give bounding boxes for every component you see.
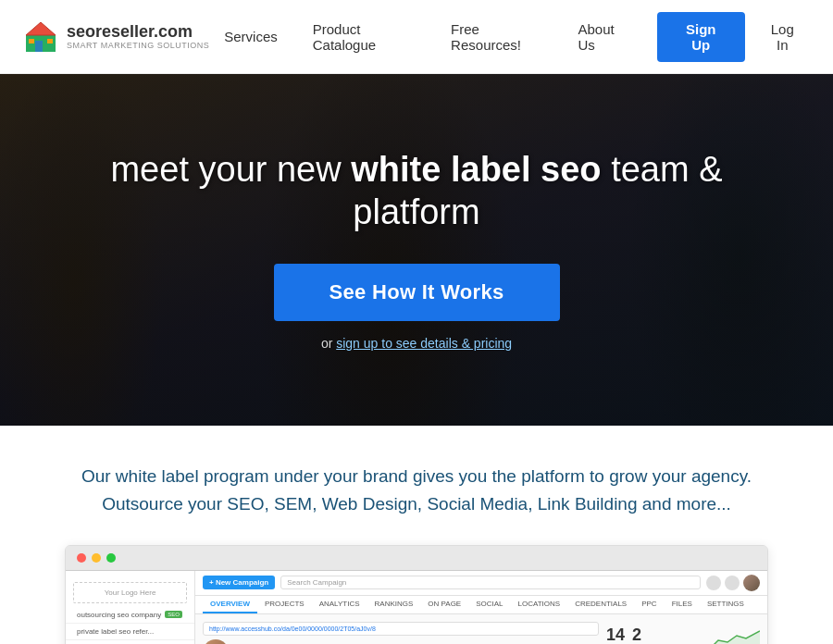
person-avatar [203,639,229,644]
tab-locations[interactable]: LOCATIONS [511,596,568,613]
tab-social[interactable]: SOCIAL [468,596,510,613]
new-campaign-button[interactable]: + New Campaign [203,576,275,589]
svg-rect-3 [35,41,43,52]
dashboard-main: + New Campaign Search Campaign OVERVIEW … [195,571,767,644]
tab-settings[interactable]: SETTINGS [700,596,752,613]
user-avatar [743,575,760,591]
svg-rect-5 [29,39,34,43]
hero-headline-part1: meet your new [110,150,351,189]
logo[interactable]: seoreseller.com Smart Marketing Solution… [22,19,209,56]
dashboard-chart [649,622,760,644]
nav-item-product-catalogue[interactable]: Product Catalogue [298,14,430,60]
campaign-search[interactable]: Search Campaign [280,576,701,589]
login-button[interactable]: Log In [754,12,811,62]
svg-rect-6 [47,39,53,43]
hero-section: meet your new white label seo team & pla… [0,74,833,426]
hero-sublink: or sign up to see details & pricing [321,336,512,351]
hero-signup-link[interactable]: sign up to see details & pricing [336,336,512,351]
hero-headline: meet your new white label seo team & pla… [56,149,777,233]
hero-headline-bold: white label seo [351,150,601,189]
dashboard-content: http://www.accesshub.co/da/0e00/0000/000… [195,614,767,644]
url-display: http://www.accesshub.co/da/0e00/0000/000… [203,622,599,636]
dashboard-sidebar: Your Logo Here outsourcing seo company S… [66,571,195,644]
traffic-light-red [77,553,86,563]
sidebar-item-1: outsourcing seo company SEO [66,607,194,624]
logo-name: seoreseller.com [67,23,209,42]
description-section: Our white label program under your brand… [0,426,833,545]
nav-item-about-us[interactable]: About Us [564,14,644,60]
logo-icon [22,19,59,56]
dashboard-stats: 14 2 [606,622,641,644]
dashboard-preview-section: Your Logo Here outsourcing seo company S… [0,545,833,644]
stat-2-value: 2 [632,625,641,644]
dashboard-tabs: OVERVIEW PROJECTS ANALYTICS RANKINGS ON … [195,596,767,614]
how-it-works-button[interactable]: See How It Works [274,264,560,321]
description-text: Our white label program under your brand… [65,463,768,519]
svg-marker-1 [26,22,56,35]
hero-sublink-prefix: or [321,336,336,351]
logo-text-group: seoreseller.com Smart Marketing Solution… [67,23,209,51]
chart-svg [649,622,760,644]
dashboard-logo-placeholder: Your Logo Here [73,582,187,603]
stat-1: 14 [606,625,625,644]
dashboard-info-col: http://www.accesshub.co/da/0e00/0000/000… [203,622,599,644]
tab-credentials[interactable]: CREDENTIALS [567,596,634,613]
dashboard-frame: Your Logo Here outsourcing seo company S… [65,545,768,644]
logo-tagline: Smart Marketing Solutions [67,41,209,50]
traffic-lights-bar [66,546,767,571]
tab-ppc[interactable]: PPC [634,596,664,613]
traffic-light-yellow [92,553,101,563]
dashboard-body: Your Logo Here outsourcing seo company S… [66,571,767,644]
person-row: Eddie Concepcion Project Manager [203,639,599,644]
topbar-icons [706,575,760,591]
sidebar-item-2: private label seo refer... [66,624,194,640]
tab-projects[interactable]: PROJECTS [257,596,312,613]
tab-files[interactable]: FILES [665,596,700,613]
sidebar-item-1-text: outsourcing seo company [77,611,161,619]
traffic-light-green [106,553,116,563]
sidebar-item-2-text: private label seo refer... [77,627,154,636]
stat-2: 2 [632,625,641,644]
notification-icon [725,576,740,590]
nav-links: Services Product Catalogue Free Resource… [209,12,811,62]
stat-1-value: 14 [606,625,625,644]
globe-icon [706,576,721,590]
tab-rankings[interactable]: RANKINGS [367,596,421,613]
dashboard-topbar: + New Campaign Search Campaign [195,571,767,596]
tab-on-page[interactable]: ON PAGE [420,596,468,613]
nav-item-services[interactable]: Services [209,21,292,52]
sidebar-badge-1: SEO [165,611,182,618]
tab-analytics[interactable]: ANALYTICS [312,596,367,613]
tab-overview[interactable]: OVERVIEW [203,596,257,613]
signup-button[interactable]: Sign Up [657,12,745,62]
navbar: seoreseller.com Smart Marketing Solution… [0,0,833,74]
hero-content: meet your new white label seo team & pla… [0,74,833,426]
nav-item-free-resources[interactable]: Free Resources! [436,14,557,60]
